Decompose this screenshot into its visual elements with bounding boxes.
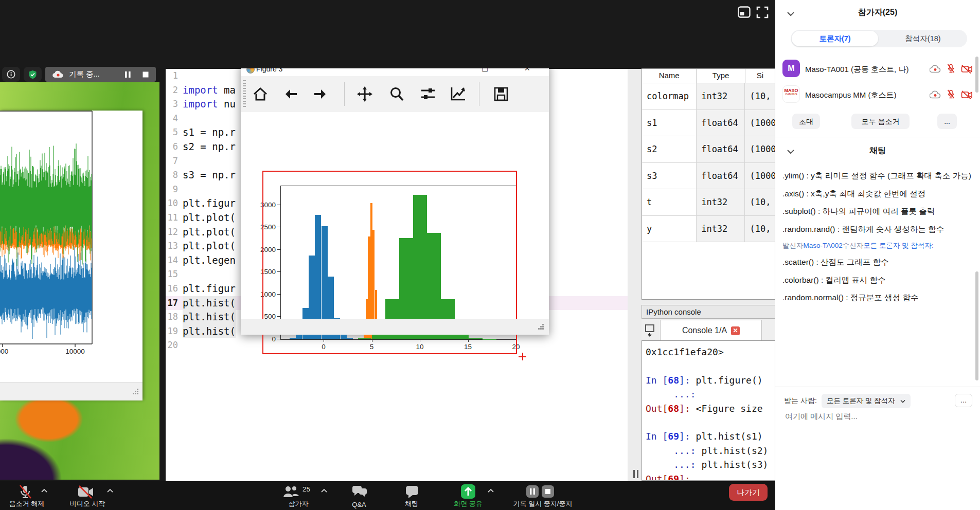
var-type: int32 [697, 83, 745, 110]
stop-recording-icon[interactable] [142, 71, 149, 78]
table-row[interactable]: s3float64(1000 [642, 163, 775, 190]
save-icon[interactable] [493, 86, 509, 102]
leave-button[interactable]: 나가기 [729, 484, 768, 501]
console-text: ...: [646, 389, 701, 399]
close-icon[interactable]: ✕ [731, 326, 740, 335]
console-line: Out[68]: <Figure size [646, 402, 775, 415]
qa-button[interactable]: Q&A [341, 481, 377, 510]
table-row[interactable]: yint32(10, [642, 216, 775, 243]
code-text: plt.plot( [183, 211, 236, 225]
participants-scrollbar[interactable] [975, 57, 978, 93]
tab-panelists[interactable]: 토론자(7) [792, 31, 878, 46]
chat-scrollbar[interactable] [975, 271, 978, 380]
chat-message-input[interactable] [784, 411, 971, 421]
table-row[interactable]: colormapint32(10, [642, 83, 775, 110]
figure-toolbar [241, 76, 549, 113]
participants-more-button[interactable]: ... [937, 114, 957, 129]
pan-icon[interactable] [357, 86, 372, 102]
chat-message-list[interactable]: .ylim() : y축 리미트 설정 함수 (그래프 확대 축소 가능).ax… [782, 167, 974, 307]
figure-window[interactable]: Figure 3 ▢ ✕ [241, 63, 549, 334]
share-label: 화면 공유 [442, 499, 494, 508]
pause-recording-button[interactable] [526, 485, 539, 498]
code-text: plt.figur [183, 282, 236, 296]
line-number: 18 [166, 310, 178, 324]
var-name: s3 [642, 163, 697, 189]
unmute-button[interactable]: 음소거 해제 [3, 481, 50, 510]
keyword: import [183, 98, 218, 110]
console-text: 0x1cc1f1efa20> [646, 347, 724, 357]
resize-grip[interactable] [133, 389, 140, 396]
cloud-recording-icon [930, 90, 941, 99]
console-text: plt.hist(s3) [701, 459, 768, 470]
share-screen-icon [461, 484, 475, 499]
security-button[interactable] [24, 67, 42, 82]
avatar: M [782, 60, 800, 77]
forward-icon[interactable] [313, 86, 328, 102]
code-text: plt.legen [183, 253, 236, 268]
code-text: plt.hist( [183, 324, 236, 339]
stop-recording-button[interactable] [542, 485, 554, 498]
var-size: (10, [745, 83, 775, 110]
console-line: In [68]: plt.figure() [646, 373, 775, 387]
toolbar-drag-handle[interactable] [243, 80, 246, 108]
chat-more-button[interactable]: ... [955, 394, 972, 407]
chevron-up-icon[interactable] [41, 488, 47, 493]
participant-row[interactable]: MMaso-TA001 (공동 호스트, 나) [781, 58, 974, 81]
info-button[interactable] [2, 67, 20, 82]
table-row[interactable]: tint32(10, [642, 189, 775, 216]
figure-status-bar [241, 319, 549, 335]
table-row[interactable]: s1float64(1000 [642, 110, 775, 137]
chevron-up-icon[interactable] [321, 488, 327, 493]
to-label: 수신자 [843, 242, 864, 249]
info-icon [7, 70, 15, 79]
recipient-dropdown[interactable]: 모든 토론자 및 참석자 [822, 394, 911, 408]
line-number: 11 [166, 211, 178, 225]
chat-message: .ylim() : y축 리미트 설정 함수 (그래프 확대 축소 가능) [782, 167, 974, 185]
participant-name: Maso-TA001 (공동 호스트, 나) [805, 58, 908, 81]
participants-button[interactable]: 25 참가자 [268, 481, 329, 510]
recording-controls: 기록 일시 중지/중지 [507, 481, 579, 510]
var-size: (10, [745, 216, 775, 242]
fullscreen-icon[interactable] [756, 6, 769, 19]
participant-status-icons [930, 89, 973, 100]
home-icon[interactable] [252, 86, 269, 102]
subplots-icon[interactable] [420, 86, 436, 102]
participant-row[interactable]: MASOCAMPUSMasocampus MM (호스트) [781, 83, 974, 107]
console-text: 69 [668, 431, 679, 442]
console-text: ]: [679, 431, 696, 442]
console-text: In [ [646, 431, 668, 442]
pause-recording-icon[interactable] [124, 71, 131, 78]
ipython-console-pane-title: IPython console [642, 305, 775, 319]
chevron-up-icon[interactable] [107, 488, 113, 493]
tab-console-1a[interactable]: Console 1/A ✕ [660, 320, 762, 341]
resize-grip[interactable] [538, 324, 545, 331]
toolbar-separator [479, 82, 479, 106]
pane-splitter-handle[interactable] [633, 470, 638, 478]
view-layout-icon[interactable] [738, 6, 751, 18]
mute-all-button[interactable]: 모두 음소거 [851, 114, 910, 129]
share-screen-button[interactable]: 화면 공유 [442, 481, 494, 510]
console-line [646, 359, 775, 373]
console-line: ...: plt.hist(s3) [646, 458, 775, 471]
back-icon[interactable] [283, 86, 298, 102]
chevron-up-icon[interactable] [488, 488, 494, 493]
figure-canvas[interactable]: 05001000150020002500300005101520 [241, 112, 549, 319]
zoom-icon[interactable] [389, 86, 404, 102]
customize-icon[interactable] [450, 86, 466, 102]
code-text: s1 = np.r [183, 125, 236, 140]
variable-explorer[interactable]: NameTypeSicolormapint32(10,s1float64(100… [642, 68, 775, 300]
invite-button[interactable]: 초대 [792, 114, 820, 129]
ipython-console-output[interactable]: 0x1cc1f1efa20> In [68]: plt.figure() ...… [642, 340, 775, 481]
table-row[interactable]: s2float64(1000 [642, 136, 775, 163]
start-video-button[interactable]: 비디오 시작 [62, 481, 113, 510]
browse-tabs-icon[interactable] [645, 323, 657, 337]
line-number: 1 [166, 69, 178, 83]
code-text: s2 = np.r [183, 140, 236, 154]
tab-attendees[interactable]: 참석자(18) [879, 30, 967, 47]
mic-muted-icon [947, 64, 955, 74]
chat-button[interactable]: 채팅 [394, 481, 430, 510]
console-line: ...: [646, 387, 775, 401]
var-size: (1000 [745, 110, 775, 136]
line-number: 10 [166, 196, 178, 211]
x-tick-label: 10000 [65, 348, 85, 355]
